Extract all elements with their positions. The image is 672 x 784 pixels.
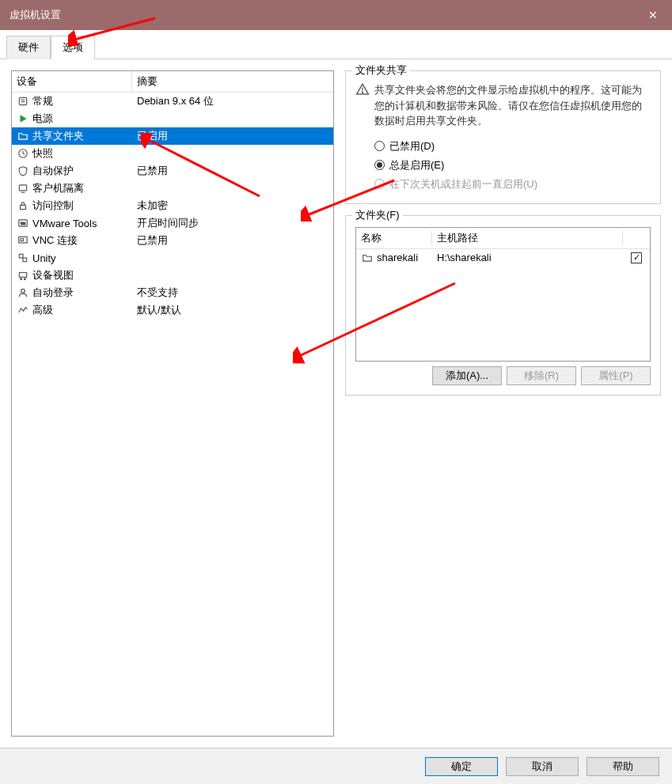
list-row[interactable]: 客户机隔离 — [12, 180, 333, 197]
folder-row[interactable]: sharekaliH:\sharekali✓ — [356, 249, 650, 267]
device-icon — [17, 269, 29, 282]
list-row-summary: Debian 9.x 64 位 — [132, 94, 333, 108]
folder-sharing-title: 文件夹共享 — [352, 63, 410, 78]
list-row-label: VNC 连接 — [32, 233, 78, 248]
list-row-label: 自动保护 — [32, 164, 74, 178]
list-row[interactable]: 设备视图 — [12, 267, 333, 284]
ok-button-label: 确定 — [451, 759, 472, 774]
list-row[interactable]: 自动保护已禁用 — [12, 162, 333, 180]
header-summary: 摘要 — [132, 71, 333, 92]
folder-host-path: H:\sharekali — [432, 252, 623, 263]
svg-rect-14 — [23, 258, 27, 262]
list-row-label: 自动登录 — [32, 286, 74, 300]
unity-icon — [17, 252, 29, 264]
list-row-label: 常规 — [32, 94, 53, 108]
login-icon — [17, 286, 29, 299]
radio-until-shutdown: 在下次关机或挂起前一直启用(U) — [374, 175, 651, 194]
warning-icon — [355, 82, 370, 129]
list-row-summary: 开启时间同步 — [132, 216, 333, 230]
list-row[interactable]: 自动登录不受支持 — [12, 284, 333, 301]
tab-hardware[interactable]: 硬件 — [6, 36, 51, 59]
folder-icon — [361, 252, 374, 264]
titlebar: 虚拟机设置 ✕ — [0, 0, 672, 30]
folder-table-header: 名称 主机路径 — [356, 228, 650, 249]
radio-until-label: 在下次关机或挂起前一直启用(U) — [389, 177, 537, 191]
svg-point-17 — [24, 278, 25, 280]
properties-button[interactable]: 属性(P) — [581, 366, 651, 385]
list-row[interactable]: Unity — [12, 249, 333, 267]
list-row[interactable]: 常规Debian 9.x 64 位 — [12, 93, 333, 110]
clock-icon — [17, 147, 29, 160]
tab-bar: 硬件 选项 — [0, 30, 672, 59]
folder-header-host: 主机路径 — [432, 231, 623, 245]
list-row-summary: 不受支持 — [132, 286, 333, 300]
help-button-label: 帮助 — [613, 759, 633, 774]
add-button-label: 添加(A)... — [446, 369, 488, 383]
remove-button-label: 移除(R) — [524, 369, 559, 383]
list-row[interactable]: 电源 — [12, 110, 333, 127]
svg-rect-12 — [21, 239, 24, 241]
advanced-icon — [17, 304, 29, 316]
tab-hardware-label: 硬件 — [18, 41, 39, 53]
warning-text: 共享文件夹会将您的文件显示给虚拟机中的程序。这可能为您的计算机和数据带来风险。请… — [374, 82, 651, 129]
list-row[interactable]: 访问控制未加密 — [12, 197, 333, 214]
vnc-icon — [17, 234, 29, 247]
list-row[interactable]: 高级默认/默认 — [12, 301, 333, 319]
ok-button[interactable]: 确定 — [425, 757, 498, 776]
radio-icon — [374, 160, 385, 170]
cancel-button[interactable]: 取消 — [506, 757, 579, 776]
list-row-label: 电源 — [32, 112, 53, 126]
help-button[interactable]: 帮助 — [587, 757, 659, 776]
svg-rect-15 — [19, 273, 26, 278]
folders-title: 文件夹(F) — [352, 208, 403, 222]
remove-button[interactable]: 移除(R) — [507, 366, 576, 385]
vm-icon: vm — [17, 217, 29, 229]
radio-disabled-label: 已禁用(D) — [389, 139, 435, 153]
close-button[interactable]: ✕ — [634, 0, 672, 30]
add-button[interactable]: 添加(A)... — [432, 366, 502, 385]
list-row[interactable]: 共享文件夹已启用 — [12, 127, 333, 145]
list-row-label: 访问控制 — [32, 199, 74, 213]
list-row[interactable]: 快照 — [12, 145, 333, 162]
svg-line-5 — [23, 153, 25, 154]
svg-text:vm: vm — [21, 222, 25, 225]
folder-header-name: 名称 — [356, 231, 432, 245]
list-row-label: 共享文件夹 — [32, 129, 84, 143]
settings-list: 设备 摘要 常规Debian 9.x 64 位电源共享文件夹已启用快照自动保护已… — [11, 70, 334, 737]
tab-options[interactable]: 选项 — [51, 36, 95, 59]
list-row-label: 高级 — [32, 303, 53, 317]
list-row-label: 设备视图 — [32, 268, 74, 282]
folder-enabled-checkbox[interactable]: ✓ — [631, 252, 642, 263]
list-row-label: 快照 — [32, 146, 53, 161]
cancel-button-label: 取消 — [532, 759, 552, 774]
guest-icon — [17, 182, 29, 195]
list-row-summary: 默认/默认 — [132, 303, 333, 317]
folder-icon — [17, 130, 29, 142]
folders-group: 文件夹(F) 名称 主机路径 sharekaliH:\sharekali✓ 添加… — [345, 215, 661, 396]
list-row-label: Unity — [32, 252, 56, 264]
svg-point-20 — [362, 92, 363, 93]
radio-always-enabled[interactable]: 总是启用(E) — [374, 156, 651, 175]
svg-rect-6 — [19, 185, 26, 191]
list-row-label: VMware Tools — [32, 218, 97, 229]
dialog-footer: 确定 取消 帮助 — [0, 748, 672, 784]
header-device: 设备 — [12, 71, 132, 92]
svg-rect-13 — [19, 254, 23, 258]
list-row-summary: 未加密 — [132, 199, 333, 213]
list-row-summary: 已禁用 — [132, 164, 333, 178]
list-row-label: 客户机隔离 — [32, 181, 84, 195]
svg-point-18 — [21, 289, 25, 293]
radio-disabled[interactable]: 已禁用(D) — [374, 137, 651, 156]
radio-icon — [374, 141, 385, 151]
power-icon — [17, 112, 29, 125]
list-row[interactable]: vmVMware Tools开启时间同步 — [12, 214, 333, 232]
shield-icon — [17, 165, 29, 177]
list-row[interactable]: VNC 连接已禁用 — [12, 232, 333, 249]
lock-icon — [17, 199, 29, 212]
list-header: 设备 摘要 — [12, 71, 333, 93]
properties-button-label: 属性(P) — [598, 369, 632, 383]
settings-icon — [17, 95, 29, 108]
folder-sharing-group: 文件夹共享 共享文件夹会将您的文件显示给虚拟机中的程序。这可能为您的计算机和数据… — [345, 70, 661, 204]
folder-name: sharekali — [377, 252, 418, 263]
folder-table: 名称 主机路径 sharekaliH:\sharekali✓ — [355, 227, 651, 362]
